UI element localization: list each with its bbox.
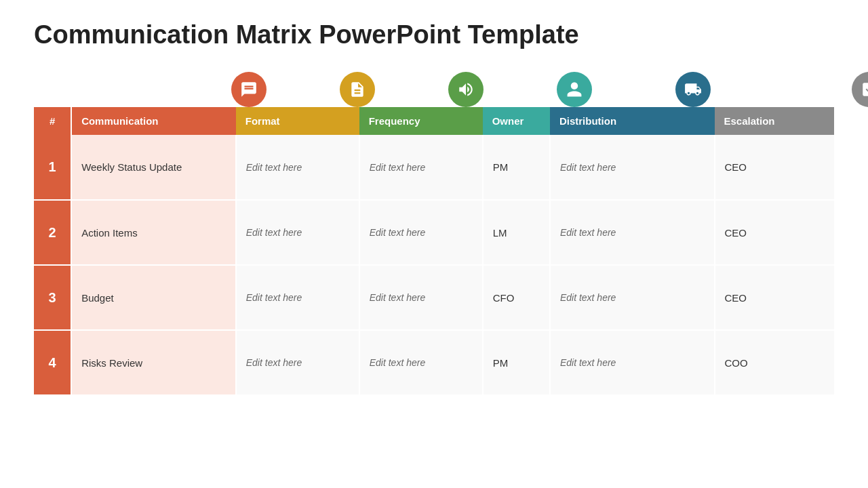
- row-frequency[interactable]: Edit text here: [359, 330, 483, 395]
- row-format[interactable]: Edit text here: [236, 200, 359, 265]
- row-owner: PM: [483, 135, 550, 200]
- format-icon: [340, 72, 375, 107]
- row-distribution[interactable]: Edit text here: [550, 200, 715, 265]
- frequency-icon: [448, 72, 484, 107]
- page: Communication Matrix PowerPoint Template: [0, 0, 868, 488]
- row-owner: PM: [483, 330, 550, 395]
- row-owner: LM: [483, 200, 550, 265]
- row-distribution[interactable]: Edit text here: [550, 265, 715, 330]
- row-communication[interactable]: Risks Review: [71, 330, 236, 395]
- row-num: 1: [34, 135, 71, 200]
- table-row: 3 Budget Edit text here Edit text here C…: [34, 265, 834, 330]
- col-communication: Communication: [71, 107, 236, 135]
- row-num: 3: [34, 265, 71, 330]
- icon-row: [122, 70, 834, 107]
- page-title: Communication Matrix PowerPoint Template: [34, 20, 834, 49]
- escalation-icon: [852, 72, 868, 107]
- row-frequency[interactable]: Edit text here: [359, 265, 483, 330]
- row-communication[interactable]: Action Items: [71, 200, 236, 265]
- row-frequency[interactable]: Edit text here: [359, 200, 483, 265]
- row-escalation: CEO: [715, 135, 835, 200]
- distribution-icon: [675, 72, 711, 107]
- col-distribution: Distribution: [550, 107, 715, 135]
- col-escalation: Escalation: [715, 107, 835, 135]
- col-frequency: Frequency: [359, 107, 483, 135]
- row-format[interactable]: Edit text here: [236, 330, 359, 395]
- row-communication[interactable]: Weekly Status Update: [71, 135, 236, 200]
- row-distribution[interactable]: Edit text here: [550, 330, 715, 395]
- row-communication[interactable]: Budget: [71, 265, 236, 330]
- matrix-table: # Communication Format Frequency Owner D…: [34, 107, 834, 396]
- table-row: 4 Risks Review Edit text here Edit text …: [34, 330, 834, 395]
- row-format[interactable]: Edit text here: [236, 265, 359, 330]
- col-num: #: [34, 107, 71, 135]
- header-row: # Communication Format Frequency Owner D…: [34, 107, 834, 135]
- row-distribution[interactable]: Edit text here: [550, 135, 715, 200]
- communication-icon: [231, 72, 267, 107]
- row-frequency[interactable]: Edit text here: [359, 135, 483, 200]
- row-num: 4: [34, 330, 71, 395]
- row-format[interactable]: Edit text here: [236, 135, 359, 200]
- col-owner: Owner: [483, 107, 550, 135]
- row-escalation: CEO: [715, 265, 835, 330]
- row-num: 2: [34, 200, 71, 265]
- row-escalation: CEO: [715, 200, 835, 265]
- table-row: 1 Weekly Status Update Edit text here Ed…: [34, 135, 834, 200]
- col-format: Format: [236, 107, 359, 135]
- row-escalation: COO: [715, 330, 835, 395]
- owner-icon: [557, 72, 592, 107]
- row-owner: CFO: [483, 265, 550, 330]
- table-wrapper: # Communication Format Frequency Owner D…: [34, 70, 834, 396]
- table-row: 2 Action Items Edit text here Edit text …: [34, 200, 834, 265]
